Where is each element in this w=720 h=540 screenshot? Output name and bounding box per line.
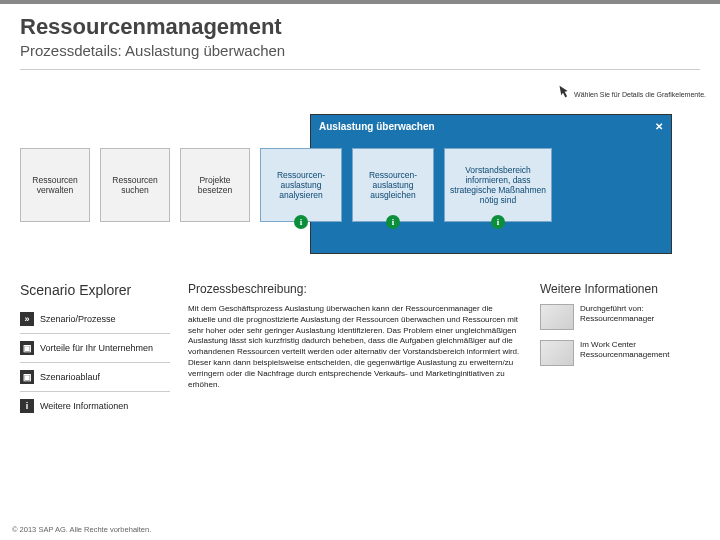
scenario-explorer: Scenario Explorer » Szenario/Prozesse ▣ …	[20, 282, 170, 416]
divider	[20, 69, 700, 70]
info-icon[interactable]: i	[294, 215, 308, 229]
step-label: Ressourcen suchen	[105, 175, 165, 195]
hint-callout: Wählen Sie für Details die Grafikelement…	[556, 84, 706, 104]
process-description-heading: Prozessbeschreibung:	[188, 282, 522, 296]
step-ressourcen-suchen[interactable]: Ressourcen suchen	[100, 148, 170, 222]
nav-vorteile[interactable]: ▣ Vorteile für Ihr Unternehmen	[20, 338, 170, 358]
step-ressourcen-verwalten[interactable]: Ressourcen verwalten	[20, 148, 90, 222]
info-icon[interactable]: i	[386, 215, 400, 229]
step-label: Ressourcen verwalten	[25, 175, 85, 195]
thumbnail-icon	[540, 340, 574, 366]
nav-label: Weitere Informationen	[40, 401, 128, 411]
panel-title: Auslastung überwachen	[319, 121, 435, 132]
nav-label: Vorteile für Ihr Unternehmen	[40, 343, 153, 353]
divider	[20, 333, 170, 334]
more-info: Weitere Informationen Durchgeführt von: …	[540, 282, 700, 416]
page-subtitle: Prozessdetails: Auslastung überwachen	[20, 42, 700, 59]
step-label: Ressourcen-auslastung analysieren	[265, 170, 337, 201]
card-icon: ▣	[20, 370, 34, 384]
copyright: © 2013 SAP AG. Alle Rechte vorbehalten.	[12, 525, 151, 534]
divider	[20, 391, 170, 392]
nav-weitere-info[interactable]: i Weitere Informationen	[20, 396, 170, 416]
info-row-workcenter: Im Work Center Ressourcenmanagement	[540, 340, 700, 366]
step-vorstand-informieren[interactable]: Vorstandsbereich informieren, dass strat…	[444, 148, 552, 222]
step-label: Vorstandsbereich informieren, dass strat…	[449, 165, 547, 206]
info-icon: i	[20, 399, 34, 413]
step-label: Ressourcen-auslastung ausgleichen	[357, 170, 429, 201]
nav-label: Szenarioablauf	[40, 372, 100, 382]
info-text: Durchgeführt von: Ressourcenmanager	[580, 304, 700, 325]
thumbnail-icon	[540, 304, 574, 330]
flow-steps: Ressourcen verwalten Ressourcen suchen P…	[20, 148, 700, 222]
info-row-role: Durchgeführt von: Ressourcenmanager	[540, 304, 700, 330]
process-description-body: Mit dem Geschäftsprozess Auslastung über…	[188, 304, 522, 390]
step-label: Projekte besetzen	[185, 175, 245, 195]
hint-text: Wählen Sie für Details die Grafikelement…	[574, 91, 706, 98]
chevrons-icon: »	[20, 312, 34, 326]
info-text: Im Work Center Ressourcenmanagement	[580, 340, 700, 361]
step-auslastung-analysieren[interactable]: Ressourcen-auslastung analysieren i	[260, 148, 342, 222]
title-block: Ressourcenmanagement Prozessdetails: Aus…	[0, 4, 720, 65]
close-icon[interactable]: ✕	[655, 122, 663, 132]
process-description: Prozessbeschreibung: Mit dem Geschäftspr…	[188, 282, 522, 416]
scenario-explorer-title: Scenario Explorer	[20, 282, 170, 299]
lower-columns: Scenario Explorer » Szenario/Prozesse ▣ …	[0, 264, 720, 416]
divider	[20, 362, 170, 363]
step-projekte-besetzen[interactable]: Projekte besetzen	[180, 148, 250, 222]
info-icon[interactable]: i	[491, 215, 505, 229]
more-info-heading: Weitere Informationen	[540, 282, 700, 296]
page-title: Ressourcenmanagement	[20, 14, 700, 40]
nav-szenario-prozesse[interactable]: » Szenario/Prozesse	[20, 309, 170, 329]
card-icon: ▣	[20, 341, 34, 355]
pointer-icon	[556, 84, 570, 104]
nav-label: Szenario/Prozesse	[40, 314, 116, 324]
process-flow: Auslastung überwachen ✕ Ressourcen verwa…	[0, 114, 720, 264]
nav-szenarioablauf[interactable]: ▣ Szenarioablauf	[20, 367, 170, 387]
step-auslastung-ausgleichen[interactable]: Ressourcen-auslastung ausgleichen i	[352, 148, 434, 222]
